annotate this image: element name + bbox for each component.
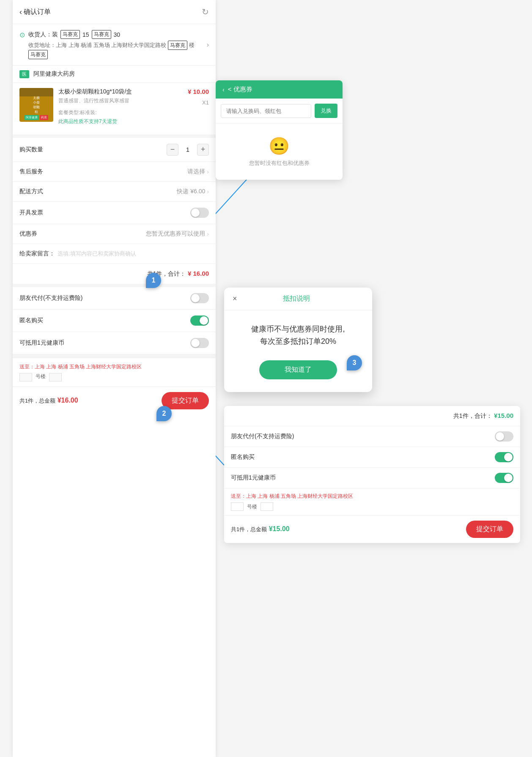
coupon-row[interactable]: 优惠券 您暂无优惠券可以使用 ›	[13, 224, 216, 244]
quantity-label: 购买数量	[19, 146, 43, 154]
order2-footer-text: 共1件，总金额	[231, 526, 267, 532]
order2-subtotal: 共1件，合计： ¥15.00	[224, 406, 520, 426]
address-name-line: 收货人：装 马赛克 15 马赛克 30	[28, 30, 203, 39]
delivery-address-section: 送至：上海 上海 杨浦 五角场 上海财经大学国定路校区 号楼	[13, 358, 216, 387]
order2-delivery-boxes: 号楼	[231, 502, 513, 511]
order2-box-1	[231, 502, 244, 511]
address-chevron-icon[interactable]: ›	[207, 41, 209, 49]
coupon-exchange-button[interactable]: 兑换	[315, 104, 337, 118]
submit-order-button[interactable]: 提交订单	[162, 392, 209, 409]
seller-message-row: 给卖家留言： 选填:填写内容已和卖家协商确认	[13, 244, 216, 264]
order2-health-coin-label: 可抵用1元健康币	[231, 474, 276, 482]
anonymous-buy-row: 匿名购买	[13, 310, 216, 332]
address-detail: 收货地址：上海 上海 杨浦 五角场 上海财经大学国定路校 马赛克 楼 马赛克	[28, 41, 203, 59]
order2-delivery-section: 送至：上海 上海 杨浦 五角场 上海财经大学国定路校区 号楼	[224, 488, 520, 516]
footer-total-text: 共1件，总金额	[19, 398, 55, 404]
order2-subtotal-price: ¥15.00	[494, 412, 513, 419]
callout-2: 2	[156, 406, 172, 421]
name-masked: 马赛克	[60, 30, 80, 39]
order2-submit-button[interactable]: 提交订单	[466, 521, 513, 538]
subtotal-row: 共1件，合计： ¥ 16.00	[13, 264, 216, 287]
order2-footer: 共1件，总金额 ¥15.00 提交订单	[224, 516, 520, 543]
product-section: 太极小柴胡颗粒 阿里健康 药库 太极小柴胡颗粒10g*10袋/盒 ¥ 10.00…	[13, 83, 216, 138]
health-coin-toggle[interactable]	[190, 338, 209, 348]
product-price: ¥ 10.00	[188, 88, 209, 95]
phone-suffix: 30	[114, 31, 121, 38]
main-order-page: ‹ 确认订单 ↻ ⊙ 收货人：装 马赛克 15 马赛克 30 收货地址：上海 上…	[13, 0, 216, 757]
deduction-close-button[interactable]: ×	[233, 294, 237, 303]
health-coin-knob	[191, 339, 200, 347]
coupon-input-row: 兑换	[216, 99, 343, 123]
anonymous-buy-label: 匿名购买	[19, 317, 43, 324]
order2-delivery-text: 送至：上海 上海 杨浦 五角场 上海财经大学国定路校区	[231, 493, 513, 500]
friend-pay-knob	[191, 294, 200, 302]
store-badge-img: 阿里健康	[25, 115, 39, 120]
seller-msg-input[interactable]: 选填:填写内容已和卖家协商确认	[58, 250, 209, 258]
delivery-address-text: 送至：上海 上海 杨浦 五角场 上海财经大学国定路校区	[19, 363, 209, 370]
coupon-panel: ‹ < 优惠券 兑换 😐 您暂时没有红包和优惠券	[216, 80, 343, 180]
store-type-badge: 医	[19, 70, 29, 78]
invoice-toggle[interactable]	[190, 208, 209, 218]
delivery-row[interactable]: 配送方式 快递 ¥6.00 ›	[13, 182, 216, 202]
health-coin-row: 可抵用1元健康币	[13, 332, 216, 354]
order2-friend-pay-label: 朋友代付(不支持运费险)	[231, 433, 294, 440]
refresh-icon[interactable]: ↻	[202, 7, 209, 17]
store-badge2-img: 药库	[40, 115, 48, 120]
back-arrow-icon: ‹	[19, 8, 22, 16]
order2-health-coin-toggle[interactable]	[495, 473, 513, 483]
order2-anonymous-toggle[interactable]	[495, 452, 513, 462]
quantity-controls: − 1 +	[167, 144, 209, 156]
after-sales-row[interactable]: 售后服务 请选择 ›	[13, 162, 216, 182]
callout-3: 3	[347, 355, 362, 370]
options-section: 朋友代付(不支持运费险) 匿名购买 可抵用1元健康币	[13, 287, 216, 358]
order2-footer-total: 共1件，总金额 ¥15.00	[231, 525, 290, 533]
anonymous-buy-toggle[interactable]	[190, 315, 209, 326]
order2-subtotal-text: 共1件，合计：	[453, 412, 492, 419]
deduction-body: 健康币不与优惠券同时使用, 每次至多抵扣订单20% 我知道了	[224, 310, 372, 392]
quantity-minus-button[interactable]: −	[167, 144, 178, 156]
invoice-toggle-knob	[191, 208, 200, 217]
coupon-panel-header: ‹ < 优惠券	[216, 80, 343, 99]
invoice-label: 开具发票	[19, 209, 43, 217]
deduction-confirm-button[interactable]: 我知道了	[259, 360, 337, 379]
location-icon: ⊙	[19, 31, 25, 39]
order2-anonymous-row: 匿名购买	[224, 447, 520, 468]
footer-total-price: ¥16.00	[58, 397, 78, 404]
product-spec: 套餐类型:标准装:	[58, 109, 209, 116]
coupon-empty-icon: 😐	[222, 136, 336, 156]
order-state-2-panel: 共1件，合计： ¥15.00 朋友代付(不支持运费险) 匿名购买 可抵用1元健康…	[224, 406, 520, 543]
quantity-value: 1	[184, 146, 192, 153]
order2-friend-pay-toggle[interactable]	[495, 431, 513, 442]
floor-masked: 马赛克	[28, 50, 48, 59]
after-sales-chevron: ›	[207, 168, 209, 175]
friend-pay-toggle[interactable]	[190, 293, 209, 303]
back-button[interactable]: ‹ 确认订单	[19, 8, 51, 16]
deduction-header: × 抵扣说明	[224, 288, 372, 310]
store-name: 阿里健康大药房	[33, 70, 75, 77]
coupon-back-button[interactable]: ‹	[222, 86, 225, 93]
order2-anonymous-label: 匿名购买	[231, 453, 255, 461]
product-image: 太极小柴胡颗粒 阿里健康 药库	[19, 88, 53, 122]
after-sales-label: 售后服务	[19, 168, 43, 176]
building-masked: 马赛克	[168, 41, 187, 50]
coupon-code-input[interactable]	[221, 104, 311, 118]
order2-footer-price: ¥15.00	[269, 525, 290, 532]
delivery-boxes: 号楼	[19, 373, 209, 381]
delivery-chevron: ›	[207, 188, 209, 195]
callout-1: 1	[146, 273, 161, 288]
delivery-value: 快递 ¥6.00 ›	[177, 188, 209, 195]
friend-pay-label: 朋友代付(不支持运费险)	[19, 294, 82, 302]
quantity-plus-button[interactable]: +	[197, 144, 209, 156]
product-warning: 此商品性质不支持7天退货	[58, 118, 209, 125]
anonymous-buy-knob	[200, 316, 208, 325]
floor-label: 楼	[189, 42, 195, 48]
coupon-empty-state: 😐 您暂时没有红包和优惠券	[216, 123, 343, 180]
seller-msg-label: 给卖家留言：	[19, 250, 58, 258]
subtotal-price: ¥ 16.00	[188, 270, 209, 277]
receiver-label: 收货人：装	[28, 31, 58, 38]
coupon-chevron: ›	[207, 230, 209, 237]
delivery-box-2	[49, 373, 62, 381]
delivery-label: 配送方式	[19, 188, 43, 195]
delivery-box-1	[19, 373, 32, 381]
coupon-panel-title: < 优惠券	[228, 85, 252, 93]
